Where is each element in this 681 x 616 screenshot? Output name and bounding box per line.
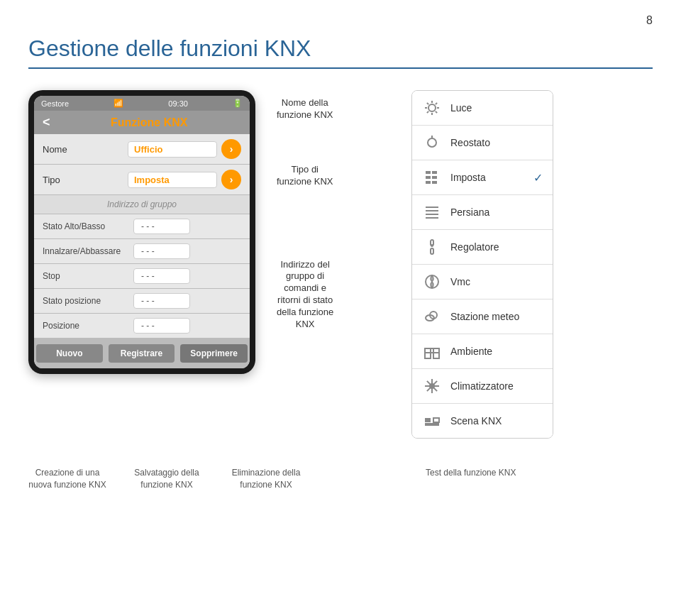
field-row-2: Stop - - - — [34, 264, 250, 289]
phone-mockup: Gestore 📶 09:30 🔋 < Funzione KNX Nome Uf… — [28, 90, 255, 374]
phone-frame: Gestore 📶 09:30 🔋 < Funzione KNX Nome Uf… — [28, 90, 255, 374]
bottom-annotations-section: Creazione di una nuova funzione KNX Salv… — [28, 453, 653, 491]
annotation-indirizzo: Indirizzo delgruppo dicomandi eritorni d… — [277, 259, 333, 331]
field-value-3[interactable]: - - - — [133, 293, 190, 309]
svg-line-8 — [436, 103, 437, 104]
annotation-creazione: Creazione di una nuova funzione KNX — [28, 467, 106, 491]
page-title: Gestione delle funzioni KNX — [28, 35, 653, 69]
field-label-4: Posizione — [43, 321, 128, 331]
svg-rect-36 — [425, 418, 431, 422]
tipo-arrow-button[interactable]: › — [221, 170, 241, 189]
function-item-persiana[interactable]: Persiana — [412, 195, 553, 230]
annotation-test: Test della funzione KNX — [426, 467, 516, 479]
phone-bottom-bar: Nuovo Registrare Sopprimere — [34, 339, 250, 368]
status-time: 09:30 — [168, 99, 188, 108]
function-name-luce: Luce — [450, 102, 472, 114]
svg-line-5 — [427, 103, 428, 104]
svg-rect-22 — [431, 248, 433, 254]
function-item-ambiente[interactable]: Ambiente — [412, 334, 553, 369]
sopprimere-button[interactable]: Sopprimere — [180, 344, 248, 363]
nuovo-button[interactable]: Nuovo — [36, 344, 103, 363]
svg-rect-30 — [425, 348, 439, 353]
annotation-tipo: Tipo difunzione KNX — [277, 164, 333, 188]
function-name-scena-knx: Scena KNX — [450, 415, 502, 427]
svg-rect-16 — [432, 181, 437, 184]
svg-rect-13 — [426, 176, 431, 179]
annotation-salvataggio: Salvataggio della funzione KNX — [121, 467, 213, 491]
nome-value[interactable]: Ufficio — [128, 141, 217, 158]
field-row-1: Innalzare/Abbassare - - - — [34, 239, 250, 264]
function-item-scena-knx[interactable]: Scena KNX — [412, 404, 553, 438]
svg-point-0 — [428, 104, 436, 111]
field-value-4[interactable]: - - - — [133, 318, 190, 334]
field-value-1[interactable]: - - - — [133, 243, 190, 259]
function-item-luce[interactable]: Luce — [412, 91, 553, 126]
status-wifi: 📶 — [114, 99, 123, 108]
group-address-label: Indirizzo di gruppo — [34, 195, 250, 214]
phone-nav-title: Funzione KNX — [57, 116, 241, 129]
field-label-0: Stato Alto/Basso — [43, 221, 128, 231]
field-label-2: Stop — [43, 271, 128, 281]
svg-line-6 — [436, 111, 437, 113]
phone-screen: Gestore 📶 09:30 🔋 < Funzione KNX Nome Uf… — [34, 96, 250, 368]
function-name-climatizzatore: Climatizzatore — [450, 380, 514, 392]
nome-arrow-button[interactable]: › — [221, 139, 241, 159]
page-number: 8 — [646, 14, 653, 27]
field-row-3: Stato posizione - - - — [34, 289, 250, 314]
field-value-2[interactable]: - - - — [133, 268, 190, 284]
function-name-vmc: Vmc — [450, 276, 470, 287]
function-name-stazione-meteo: Stazione meteo — [450, 311, 519, 322]
tipo-label: Tipo — [43, 175, 128, 185]
function-item-vmc[interactable]: Vmc — [412, 265, 553, 299]
function-item-imposta[interactable]: Imposta — [412, 160, 553, 195]
svg-rect-12 — [432, 171, 437, 174]
svg-rect-37 — [433, 418, 439, 422]
persiana-icon — [422, 202, 442, 222]
luce-icon — [422, 98, 442, 118]
svg-rect-14 — [432, 176, 437, 179]
svg-rect-11 — [426, 171, 431, 174]
imposta-icon — [422, 167, 442, 187]
scena-knx-icon — [422, 411, 442, 431]
field-value-0[interactable]: - - - — [133, 219, 190, 234]
nome-row: Nome Ufficio › — [34, 134, 250, 165]
function-list: Luce Reostato Imposta Persiana — [411, 90, 553, 439]
function-name-ambiente: Ambiente — [450, 346, 492, 357]
status-left: Gestore — [41, 99, 69, 108]
svg-point-23 — [431, 244, 433, 247]
nome-label: Nome — [43, 144, 128, 155]
function-name-imposta: Imposta — [450, 172, 486, 183]
svg-point-9 — [428, 138, 436, 147]
function-name-regolatore: Regolatore — [450, 241, 499, 253]
function-item-regolatore[interactable]: Regolatore — [412, 230, 553, 265]
annotation-eliminazione: Eliminazione della funzione KNX — [220, 467, 312, 491]
regolatore-icon — [422, 237, 442, 257]
field-label-3: Stato posizione — [43, 296, 128, 306]
function-name-reostato: Reostato — [450, 137, 490, 148]
svg-line-7 — [427, 111, 428, 113]
phone-status-bar: Gestore 📶 09:30 🔋 — [34, 96, 250, 111]
stazione-meteo-icon — [422, 307, 442, 326]
vmc-icon — [422, 272, 442, 292]
function-item-stazione-meteo[interactable]: Stazione meteo — [412, 299, 553, 334]
ambiente-icon — [422, 341, 442, 361]
svg-rect-15 — [426, 181, 431, 184]
reostato-icon — [422, 133, 442, 153]
climatizzatore-icon — [422, 376, 442, 396]
tipo-value[interactable]: Imposta — [128, 172, 217, 188]
field-row-0: Stato Alto/Basso - - - — [34, 214, 250, 239]
function-item-reostato[interactable]: Reostato — [412, 126, 553, 160]
status-battery: 🔋 — [233, 99, 243, 108]
function-type-panel: Luce Reostato Imposta Persiana — [411, 90, 553, 439]
field-label-1: Innalzare/Abbassare — [43, 246, 128, 256]
function-item-climatizzatore[interactable]: Climatizzatore — [412, 369, 553, 404]
field-row-4: Posizione - - - — [34, 314, 250, 339]
registrare-button[interactable]: Registrare — [109, 344, 175, 363]
function-name-persiana: Persiana — [450, 207, 489, 218]
back-button[interactable]: < — [43, 115, 50, 130]
phone-nav-bar: < Funzione KNX — [34, 111, 250, 134]
annotation-nome: Nome dellafunzione KNX — [277, 97, 333, 121]
tipo-row: Tipo Imposta › — [34, 165, 250, 195]
